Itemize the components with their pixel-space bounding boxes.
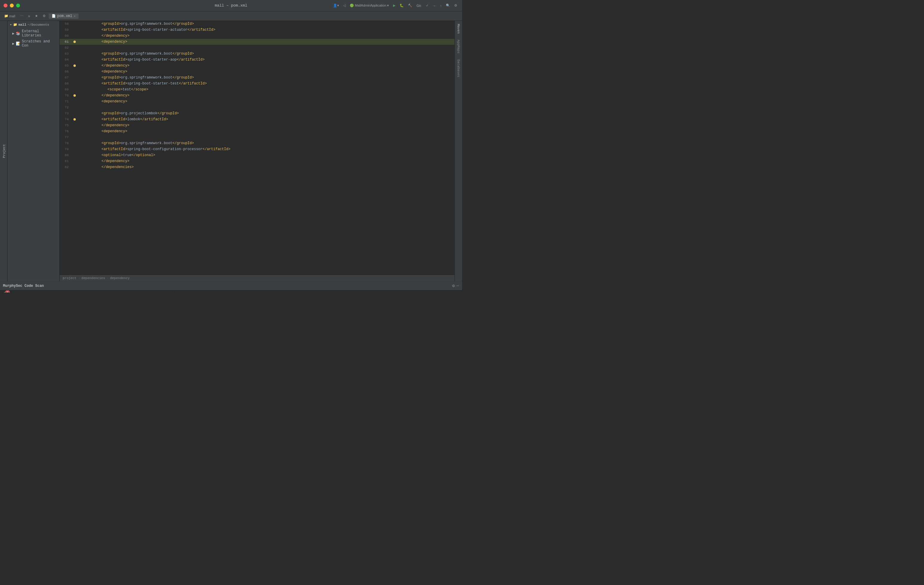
code-line-71: 71 <dependency> [60, 99, 455, 104]
build-btn[interactable]: 🔨 [407, 3, 413, 8]
gutter-marker-74 [73, 118, 76, 121]
toolbar-right: 👤▾ ◁ 🟢 MallAdminApplication ▾ ▶ 🐛 🔨 Git:… [332, 3, 459, 8]
right-side-panels: Maven AppMaps Databases [455, 21, 462, 281]
settings2-btn[interactable]: ⚙ [41, 13, 48, 18]
close-tab-btn[interactable]: ✕ [74, 14, 76, 18]
xml-file-icon: 📄 [52, 14, 56, 18]
run-btn[interactable]: ▶ [392, 3, 397, 8]
vulnerability-tree: ▶ 1 ■ 共检出1洞，涉及13个组件 ▶ junit:junit@4.13 ▶… [0, 291, 173, 292]
project-panel-label[interactable]: Project [1, 143, 7, 159]
bottom-panel-header: MurphySec Code Scan ⚙ — [0, 281, 462, 291]
project-structure-btn[interactable]: 📁 mall [2, 13, 17, 18]
bottom-panel-title: MurphySec Code Scan [3, 284, 44, 288]
sidebar-item-scratches[interactable]: ▶ 📝 Scratches and Con [7, 38, 59, 49]
code-line-61: 61 <dependency> [60, 39, 455, 45]
maven-panel-label[interactable]: Maven [457, 24, 460, 34]
notification-badge: 1 [5, 291, 10, 292]
window-title: mall – pom.xml [214, 3, 247, 8]
minimize-icon[interactable]: — [457, 283, 459, 288]
recent-files-btn[interactable]: ≡ [26, 14, 31, 18]
editor-content[interactable]: 58 <groupId>org.springframework.boot</gr… [60, 21, 455, 274]
sidebar-item-external-libraries[interactable]: ▶ 📚 External Libraries [7, 28, 59, 38]
git-check-btn[interactable]: ✓ [425, 3, 430, 8]
git-push-btn[interactable]: → [432, 3, 437, 8]
expand-icon2: ▶ [12, 41, 14, 46]
back-btn[interactable]: ◁ [342, 3, 347, 8]
expand-icon: ▶ [12, 31, 14, 36]
databases-panel-label[interactable]: Databases [457, 59, 460, 77]
close-button[interactable] [3, 3, 7, 7]
bottom-panel-content: ▶ 1 ■ 共检出1洞，涉及13个组件 ▶ junit:junit@4.13 ▶… [0, 291, 462, 292]
file-tabs-bar: 📁 mall ⋯ ≡ ★ ⚙ 📄 pom.xml ✕ [0, 12, 462, 21]
gutter-marker-61 [73, 41, 76, 43]
file-tab-pom[interactable]: 📄 pom.xml ✕ [49, 13, 79, 19]
folder-expand-icon: ▾ [10, 23, 12, 26]
gutter-marker-65 [73, 64, 76, 67]
gutter-marker-70 [73, 94, 76, 97]
maximize-button[interactable] [16, 3, 20, 7]
scratch-icon: 📝 [16, 41, 20, 46]
library-icon: 📚 [16, 31, 20, 36]
main-layout: Project Commit Structure Bookmarks Web ▾… [0, 21, 462, 281]
debug-btn[interactable]: 🐛 [398, 3, 405, 8]
vcs-btn[interactable]: 👤▾ [332, 3, 340, 8]
vulnerability-detail: Oracle MySQL JDBC < 8.0.27 XXE漏洞 处置建议- 强… [173, 291, 462, 292]
minimize-button[interactable] [10, 3, 14, 7]
navigate-back-btn[interactable]: ⋯ [18, 13, 25, 18]
git-pull-btn[interactable]: ↑ [439, 3, 443, 8]
window-controls [3, 3, 20, 7]
settings-btn[interactable]: ⚙ [453, 3, 459, 8]
scan-controls: ▶ 1 ■ 共检出1洞，涉及13个组件 [0, 291, 173, 292]
code-line-76: 76 <dependency> [60, 128, 455, 134]
project-path: ~/Documents [28, 23, 49, 26]
breadcrumb-dependencies[interactable]: dependencies [81, 276, 105, 280]
run-config-btn[interactable]: 🟢 MallAdminApplication ▾ [348, 3, 390, 8]
breadcrumb-project[interactable]: project [63, 276, 76, 280]
appmaps-panel-label[interactable]: AppMaps [457, 40, 460, 53]
title-bar: mall – pom.xml 👤▾ ◁ 🟢 MallAdminApplicati… [0, 0, 462, 12]
folder-icon: 📁 [4, 14, 8, 18]
editor-area: 58 <groupId>org.springframework.boot</gr… [60, 21, 455, 281]
breadcrumb-dependency[interactable]: dependency [110, 276, 130, 280]
code-line-82: 82 </dependencies> [60, 164, 455, 170]
bookmark-btn[interactable]: ★ [33, 13, 40, 18]
breadcrumb: project › dependencies › dependency [60, 274, 455, 281]
bottom-panel-controls: ⚙ — [452, 283, 459, 288]
settings-icon[interactable]: ⚙ [452, 283, 455, 288]
git-label: Git: [415, 3, 422, 8]
project-icon: 📁 [13, 23, 17, 26]
project-root[interactable]: ▾ 📁 mall ~/Documents [7, 21, 59, 28]
file-tree: ▾ 📁 mall ~/Documents ▶ 📚 External Librar… [7, 21, 60, 281]
bottom-panel: MurphySec Code Scan ⚙ — ▶ 1 ■ 共检出1洞，涉及13… [0, 281, 462, 292]
run-scan-btn[interactable]: ▶ 1 [2, 292, 10, 292]
search-btn[interactable]: 🔍 [445, 3, 451, 8]
left-side-panels: Project Commit Structure Bookmarks Web [0, 21, 7, 281]
